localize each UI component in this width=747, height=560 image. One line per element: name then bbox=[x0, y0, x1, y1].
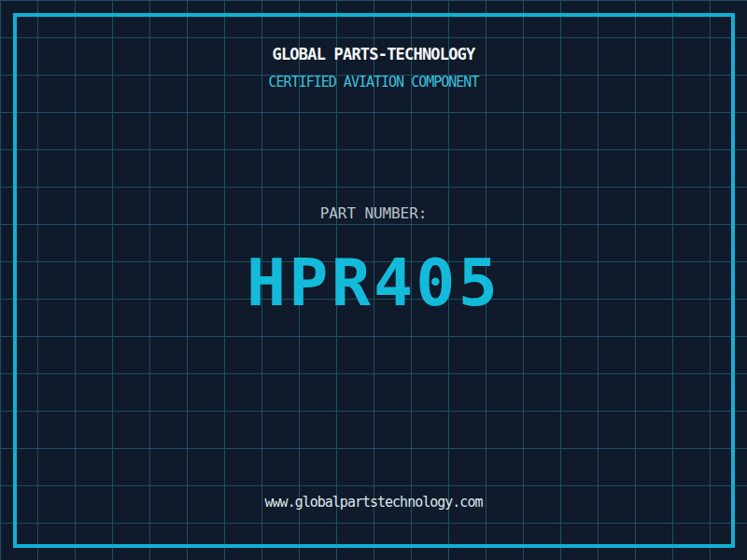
certificate-screen: { "screen": { "company_title": "GLOBAL P… bbox=[0, 0, 747, 560]
website-url: www.globalpartstechnology.com bbox=[0, 496, 747, 510]
company-title: GLOBAL PARTS-TECHNOLOGY bbox=[0, 47, 747, 63]
part-number-value: HPR405 bbox=[0, 250, 747, 315]
part-number-label: PART NUMBER: bbox=[0, 206, 747, 221]
certification-subtitle: CERTIFIED AVIATION COMPONENT bbox=[0, 76, 747, 90]
